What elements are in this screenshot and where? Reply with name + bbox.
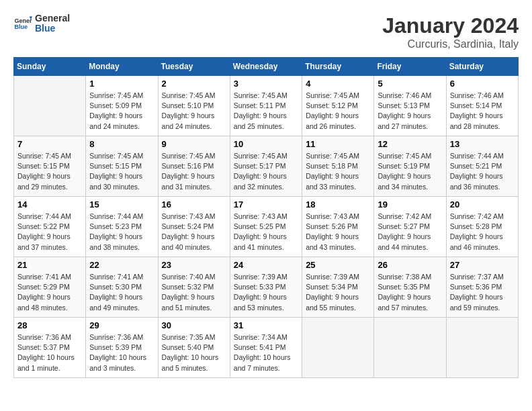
day-info: Sunrise: 7:44 AM Sunset: 5:23 PM Dayligh… [89,212,154,253]
calendar-cell: 10Sunrise: 7:45 AM Sunset: 5:17 PM Dayli… [230,136,302,197]
calendar-cell: 9Sunrise: 7:45 AM Sunset: 5:16 PM Daylig… [158,136,230,197]
day-info: Sunrise: 7:40 AM Sunset: 5:32 PM Dayligh… [162,272,226,313]
day-info: Sunrise: 7:46 AM Sunset: 5:13 PM Dayligh… [378,91,442,132]
day-info: Sunrise: 7:38 AM Sunset: 5:35 PM Dayligh… [378,272,442,313]
calendar-body: 1Sunrise: 7:45 AM Sunset: 5:09 PM Daylig… [14,76,519,378]
calendar-cell [446,318,518,378]
logo-general: General [35,13,70,24]
day-info: Sunrise: 7:41 AM Sunset: 5:30 PM Dayligh… [89,272,154,313]
day-info: Sunrise: 7:42 AM Sunset: 5:28 PM Dayligh… [450,212,515,253]
calendar-cell: 31Sunrise: 7:34 AM Sunset: 5:41 PM Dayli… [230,318,302,378]
logo: General Blue General Blue [13,13,70,34]
day-number: 24 [234,260,298,270]
calendar-table: Sunday Monday Tuesday Wednesday Thursday… [13,57,519,378]
calendar-cell: 14Sunrise: 7:44 AM Sunset: 5:22 PM Dayli… [14,197,86,257]
day-info: Sunrise: 7:35 AM Sunset: 5:40 PM Dayligh… [162,332,226,373]
col-monday: Monday [86,58,158,76]
day-info: Sunrise: 7:36 AM Sunset: 5:39 PM Dayligh… [89,332,154,373]
col-thursday: Thursday [302,58,374,76]
day-number: 9 [162,139,226,149]
day-number: 13 [450,139,515,149]
calendar-cell: 5Sunrise: 7:46 AM Sunset: 5:13 PM Daylig… [374,76,446,136]
calendar-cell: 19Sunrise: 7:42 AM Sunset: 5:27 PM Dayli… [374,197,446,257]
calendar-cell: 30Sunrise: 7:35 AM Sunset: 5:40 PM Dayli… [158,318,230,378]
calendar-cell: 8Sunrise: 7:45 AM Sunset: 5:15 PM Daylig… [86,136,158,197]
day-number: 17 [234,199,298,210]
svg-text:General: General [14,17,32,24]
day-info: Sunrise: 7:43 AM Sunset: 5:26 PM Dayligh… [306,212,370,253]
calendar-cell: 18Sunrise: 7:43 AM Sunset: 5:26 PM Dayli… [302,197,374,257]
day-info: Sunrise: 7:45 AM Sunset: 5:10 PM Dayligh… [162,91,226,132]
calendar-cell: 15Sunrise: 7:44 AM Sunset: 5:23 PM Dayli… [86,197,158,257]
calendar-cell: 4Sunrise: 7:45 AM Sunset: 5:12 PM Daylig… [302,76,374,136]
day-number: 22 [89,260,154,270]
day-number: 1 [89,79,154,89]
day-number: 18 [306,199,370,210]
day-number: 3 [234,79,298,89]
day-number: 11 [306,139,370,149]
day-info: Sunrise: 7:45 AM Sunset: 5:09 PM Dayligh… [89,91,154,132]
col-friday: Friday [374,58,446,76]
day-number: 8 [89,139,154,149]
calendar-cell: 27Sunrise: 7:37 AM Sunset: 5:36 PM Dayli… [446,257,518,318]
calendar-cell: 23Sunrise: 7:40 AM Sunset: 5:32 PM Dayli… [158,257,230,318]
day-number: 6 [450,79,515,89]
calendar-cell: 7Sunrise: 7:45 AM Sunset: 5:15 PM Daylig… [14,136,86,197]
day-number: 29 [89,320,154,330]
calendar-cell: 16Sunrise: 7:43 AM Sunset: 5:24 PM Dayli… [158,197,230,257]
logo-blue: Blue [35,23,55,34]
calendar-cell: 22Sunrise: 7:41 AM Sunset: 5:30 PM Dayli… [86,257,158,318]
col-saturday: Saturday [446,58,518,76]
day-number: 30 [162,320,226,330]
page-header: General Blue General Blue January 2024 C… [13,13,519,50]
day-number: 15 [89,199,154,210]
day-info: Sunrise: 7:46 AM Sunset: 5:14 PM Dayligh… [450,91,515,132]
day-info: Sunrise: 7:45 AM Sunset: 5:12 PM Dayligh… [306,91,370,132]
calendar-cell: 26Sunrise: 7:38 AM Sunset: 5:35 PM Dayli… [374,257,446,318]
logo-icon: General Blue [13,14,32,33]
day-info: Sunrise: 7:43 AM Sunset: 5:24 PM Dayligh… [162,212,226,253]
day-info: Sunrise: 7:37 AM Sunset: 5:36 PM Dayligh… [450,272,515,313]
day-number: 7 [17,139,82,149]
calendar-cell: 11Sunrise: 7:45 AM Sunset: 5:18 PM Dayli… [302,136,374,197]
calendar-cell: 17Sunrise: 7:43 AM Sunset: 5:25 PM Dayli… [230,197,302,257]
day-number: 16 [162,199,226,210]
calendar-header: Sunday Monday Tuesday Wednesday Thursday… [14,58,519,76]
calendar-cell [302,318,374,378]
day-number: 5 [378,79,442,89]
day-info: Sunrise: 7:39 AM Sunset: 5:33 PM Dayligh… [234,272,298,313]
col-sunday: Sunday [14,58,86,76]
calendar-cell: 24Sunrise: 7:39 AM Sunset: 5:33 PM Dayli… [230,257,302,318]
day-info: Sunrise: 7:45 AM Sunset: 5:19 PM Dayligh… [378,151,442,192]
day-number: 20 [450,199,515,210]
day-number: 27 [450,260,515,270]
day-info: Sunrise: 7:36 AM Sunset: 5:37 PM Dayligh… [17,332,82,373]
calendar-cell: 21Sunrise: 7:41 AM Sunset: 5:29 PM Dayli… [14,257,86,318]
calendar-title: January 2024 [382,13,519,38]
calendar-cell: 25Sunrise: 7:39 AM Sunset: 5:34 PM Dayli… [302,257,374,318]
day-number: 31 [234,320,298,330]
day-info: Sunrise: 7:45 AM Sunset: 5:18 PM Dayligh… [306,151,370,192]
day-info: Sunrise: 7:45 AM Sunset: 5:16 PM Dayligh… [162,151,226,192]
calendar-subtitle: Curcuris, Sardinia, Italy [382,38,519,50]
day-number: 28 [17,320,82,330]
day-number: 21 [17,260,82,270]
svg-text:Blue: Blue [14,24,28,31]
day-info: Sunrise: 7:34 AM Sunset: 5:41 PM Dayligh… [234,332,298,373]
day-info: Sunrise: 7:45 AM Sunset: 5:11 PM Dayligh… [234,91,298,132]
day-number: 19 [378,199,442,210]
day-info: Sunrise: 7:45 AM Sunset: 5:15 PM Dayligh… [17,151,82,192]
calendar-cell: 29Sunrise: 7:36 AM Sunset: 5:39 PM Dayli… [86,318,158,378]
day-info: Sunrise: 7:43 AM Sunset: 5:25 PM Dayligh… [234,212,298,253]
day-number: 2 [162,79,226,89]
day-info: Sunrise: 7:44 AM Sunset: 5:21 PM Dayligh… [450,151,515,192]
day-number: 23 [162,260,226,270]
day-info: Sunrise: 7:45 AM Sunset: 5:17 PM Dayligh… [234,151,298,192]
title-block: January 2024 Curcuris, Sardinia, Italy [382,13,519,50]
calendar-cell: 12Sunrise: 7:45 AM Sunset: 5:19 PM Dayli… [374,136,446,197]
calendar-cell [374,318,446,378]
day-number: 14 [17,199,82,210]
calendar-cell: 6Sunrise: 7:46 AM Sunset: 5:14 PM Daylig… [446,76,518,136]
day-number: 25 [306,260,370,270]
calendar-cell: 1Sunrise: 7:45 AM Sunset: 5:09 PM Daylig… [86,76,158,136]
